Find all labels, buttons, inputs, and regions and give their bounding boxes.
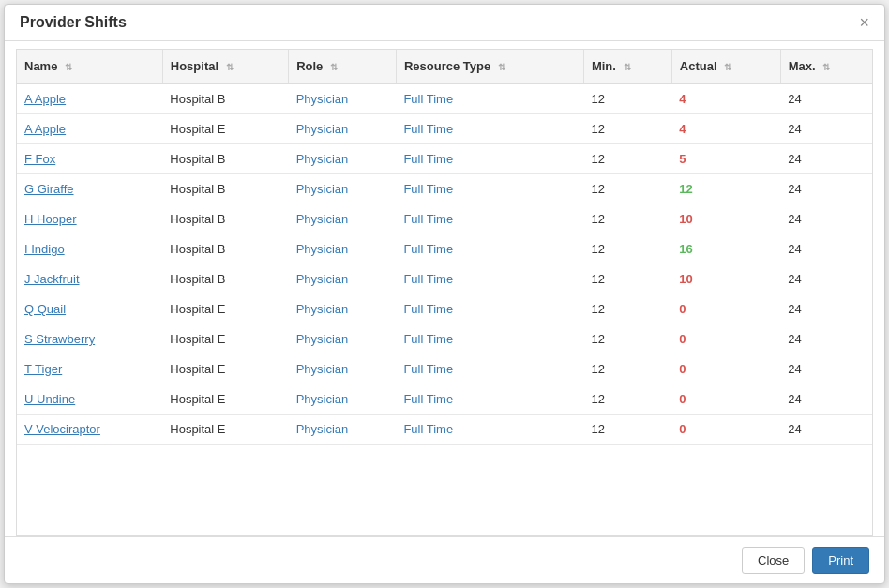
cell-actual: 5 [671,144,780,174]
modal-title: Provider Shifts [20,14,127,31]
sort-icon-actual: ⇅ [724,62,731,72]
table-row: I IndigoHospital BPhysicianFull Time1216… [17,234,872,264]
cell-hospital: Hospital B [162,144,288,174]
cell-role: Physician [289,354,397,384]
sort-icon-min: ⇅ [624,62,631,72]
name-link[interactable]: U Undine [24,392,75,406]
cell-resource-type: Full Time [396,264,583,294]
cell-resource-type: Full Time [396,294,583,324]
cell-hospital: Hospital B [162,264,288,294]
table-row: G GiraffeHospital BPhysicianFull Time121… [17,174,872,204]
cell-role: Physician [289,294,397,324]
cell-max: 24 [780,114,872,144]
close-icon[interactable]: × [859,14,869,31]
cell-min: 12 [583,415,671,445]
cell-min: 12 [583,324,671,354]
cell-role: Physician [289,415,397,445]
cell-name[interactable]: J Jackfruit [17,264,162,294]
cell-name[interactable]: S Strawberry [17,324,162,354]
name-link[interactable]: A Apple [24,122,66,136]
cell-name[interactable]: T Tiger [17,354,162,384]
cell-max: 24 [780,234,872,264]
cell-actual: 4 [671,83,780,114]
cell-actual: 0 [671,384,780,415]
cell-name[interactable]: V Velociraptor [17,415,162,445]
cell-name[interactable]: F Fox [17,144,162,174]
name-link[interactable]: Q Quail [24,302,66,316]
name-link[interactable]: I Indigo [24,242,65,256]
table-row: A AppleHospital EPhysicianFull Time12424 [17,114,872,144]
cell-resource-type: Full Time [396,384,583,415]
table-row: V VelociraptorHospital EPhysicianFull Ti… [17,415,872,445]
cell-max: 24 [780,324,872,354]
col-header-min[interactable]: Min. ⇅ [583,50,671,83]
provider-shifts-modal: Provider Shifts × Name ⇅ Hospital ⇅ [4,4,885,584]
table-row: F FoxHospital BPhysicianFull Time12524 [17,144,872,174]
col-header-role[interactable]: Role ⇅ [289,50,397,83]
cell-name[interactable]: A Apple [17,83,162,114]
cell-hospital: Hospital B [162,83,288,114]
close-button[interactable]: Close [742,547,805,574]
cell-resource-type: Full Time [396,83,583,114]
cell-role: Physician [289,174,397,204]
cell-resource-type: Full Time [396,114,583,144]
modal-footer: Close Print [5,536,884,583]
table-row: T TigerHospital EPhysicianFull Time12024 [17,354,872,384]
cell-actual: 0 [671,354,780,384]
cell-resource-type: Full Time [396,415,583,445]
name-link[interactable]: S Strawberry [24,332,95,346]
cell-role: Physician [289,83,397,114]
cell-resource-type: Full Time [396,174,583,204]
cell-role: Physician [289,234,397,264]
cell-hospital: Hospital E [162,415,288,445]
cell-hospital: Hospital E [162,354,288,384]
cell-name[interactable]: G Giraffe [17,174,162,204]
cell-hospital: Hospital E [162,324,288,354]
cell-role: Physician [289,384,397,415]
cell-name[interactable]: I Indigo [17,234,162,264]
cell-hospital: Hospital B [162,174,288,204]
name-link[interactable]: A Apple [24,92,66,106]
table-row: H HooperHospital BPhysicianFull Time1210… [17,204,872,234]
cell-actual: 10 [671,264,780,294]
provider-shifts-table: Name ⇅ Hospital ⇅ Role ⇅ Resource Type [17,50,872,445]
cell-name[interactable]: U Undine [17,384,162,415]
cell-max: 24 [780,204,872,234]
cell-min: 12 [583,384,671,415]
name-link[interactable]: F Fox [24,152,55,166]
cell-max: 24 [780,264,872,294]
col-header-max[interactable]: Max. ⇅ [780,50,872,83]
cell-resource-type: Full Time [396,234,583,264]
table-row: S StrawberryHospital EPhysicianFull Time… [17,324,872,354]
cell-name[interactable]: H Hooper [17,204,162,234]
cell-max: 24 [780,174,872,204]
table-row: Q QuailHospital EPhysicianFull Time12024 [17,294,872,324]
cell-hospital: Hospital E [162,294,288,324]
cell-actual: 0 [671,294,780,324]
col-header-hospital[interactable]: Hospital ⇅ [162,50,288,83]
print-button[interactable]: Print [812,547,869,574]
name-link[interactable]: V Velociraptor [24,422,100,436]
cell-role: Physician [289,204,397,234]
name-link[interactable]: H Hooper [24,212,77,226]
cell-hospital: Hospital B [162,234,288,264]
cell-hospital: Hospital E [162,384,288,415]
cell-hospital: Hospital B [162,204,288,234]
col-header-name[interactable]: Name ⇅ [17,50,162,83]
cell-name[interactable]: Q Quail [17,294,162,324]
cell-name[interactable]: A Apple [17,114,162,144]
sort-icon-resource-type: ⇅ [498,62,505,72]
sort-icon-hospital: ⇅ [226,62,234,72]
cell-actual: 10 [671,204,780,234]
table-container[interactable]: Name ⇅ Hospital ⇅ Role ⇅ Resource Type [16,49,873,536]
cell-min: 12 [583,234,671,264]
cell-min: 12 [583,174,671,204]
name-link[interactable]: J Jackfruit [24,272,80,286]
name-link[interactable]: T Tiger [24,362,62,376]
cell-max: 24 [780,415,872,445]
name-link[interactable]: G Giraffe [24,182,74,196]
table-row: U UndineHospital EPhysicianFull Time1202… [17,384,872,415]
cell-resource-type: Full Time [396,204,583,234]
col-header-actual[interactable]: Actual ⇅ [671,50,780,83]
col-header-resource-type[interactable]: Resource Type ⇅ [396,50,583,83]
